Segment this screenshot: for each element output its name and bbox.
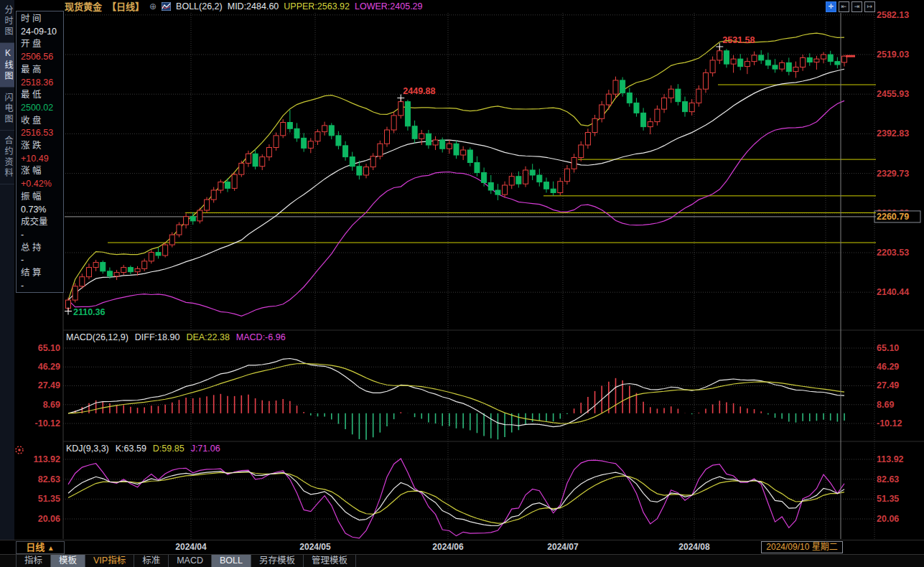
crosshair-tool-icon[interactable]: ✛ — [826, 1, 836, 12]
boll-mid-value: MID:2484.60 — [228, 1, 279, 11]
macd-header: MACD(26,12,9) DIFF:18.90 DEA:22.38 MACD:… — [66, 332, 286, 342]
macd-axis-label: 46.29 — [877, 362, 899, 372]
trading-terminal-window: 分时图K线图闪电图合约资料 现货黄金 【日线】 ⊕ BOLL(26,2) MID… — [0, 0, 924, 567]
tab-模板[interactable]: 模板 — [51, 555, 85, 567]
quote-label: 涨 跌 — [21, 140, 63, 153]
kdj-label: KDJ(9,3,3) — [66, 444, 109, 454]
quote-value: +0.42% — [21, 178, 63, 191]
candles-layer — [66, 47, 847, 311]
boll-label: BOLL(26,2) — [176, 1, 223, 11]
grid-layer — [63, 13, 924, 539]
kdj-header: KDJ(9,3,3) K:63.59 D:59.85 J:71.06 — [66, 444, 220, 454]
tab-MACD[interactable]: MACD — [169, 555, 212, 567]
kdj-layer — [68, 459, 844, 538]
quote-label: 成交量 — [21, 216, 63, 229]
period-selector-label: 日线 — [26, 542, 45, 553]
quote-label: 最 低 — [21, 89, 63, 102]
chart-type-sidebar: 分时图K线图闪电图合约资料 — [0, 0, 14, 540]
sidebar-item-K线图[interactable]: K线图 — [0, 43, 14, 88]
price-axis-label: 2329.73 — [877, 169, 909, 179]
macd-diff-value: DIFF:18.90 — [135, 332, 180, 342]
kdj-axis-label: 82.63 — [38, 474, 60, 484]
quote-value: - — [21, 254, 63, 267]
x-axis-label: 2024/04 — [175, 542, 206, 552]
quote-value: 2518.36 — [21, 77, 63, 90]
tab-标准[interactable]: 标准 — [134, 555, 169, 567]
kdj-axis-label: 113.92 — [33, 454, 60, 464]
price-axis-label: 2582.13 — [877, 10, 909, 20]
price-axis-label: 2392.83 — [877, 128, 909, 139]
macd-value: MACD:-6.96 — [236, 332, 286, 342]
x-axis-label: 2024/05 — [299, 542, 330, 552]
x-axis-label: 2024/07 — [547, 542, 578, 552]
time-axis-row: 日线 ▲ 2024/09/10 星期二 2024/042024/052024/0… — [0, 540, 924, 555]
quote-value: - — [21, 280, 63, 293]
boll-layer — [68, 33, 844, 316]
quote-label: 开 盘 — [21, 38, 63, 51]
kdj-k-value: K:63.59 — [116, 444, 146, 454]
tab-另存模板[interactable]: 另存模板 — [251, 555, 304, 567]
kdj-d-value: D:59.85 — [153, 444, 185, 454]
macd-axis-label: 65.10 — [38, 343, 60, 353]
chevron-up-icon: ▲ — [47, 544, 55, 552]
macd-axis-label: 8.69 — [43, 400, 60, 410]
tab-BOLL[interactable]: BOLL — [212, 555, 251, 567]
chart-toolbar: ✛⇤⇥↦ — [826, 1, 875, 12]
sidebar-item-分时图[interactable]: 分时图 — [0, 0, 14, 43]
price-axis-label: 2203.53 — [877, 248, 909, 258]
quote-label: 涨 幅 — [21, 165, 63, 178]
kdj-axis-label: 113.92 — [877, 454, 904, 464]
boll-lower-value: LOWER:2405.29 — [355, 1, 423, 11]
axis-scale-right-icon[interactable]: ⇥ — [851, 1, 862, 12]
kdj-axis-label: 51.35 — [38, 494, 60, 504]
indicator-settings-icon[interactable] — [14, 445, 24, 458]
price-marker-label: 2531.58 — [722, 35, 755, 45]
period-selector[interactable]: 日线 ▲ — [16, 541, 65, 554]
macd-axis-label: -10.12 — [35, 418, 60, 428]
macd-axis-label: 46.29 — [38, 362, 60, 372]
crosshair-date-label: 2024/09/10 星期二 — [761, 541, 843, 553]
price-axis-label: 2455.93 — [877, 89, 909, 99]
sidebar-item-闪电图[interactable]: 闪电图 — [0, 88, 14, 131]
x-axis-label: 2024/08 — [678, 542, 709, 552]
tab-VIP指标[interactable]: VIP指标 — [85, 555, 134, 567]
axis-scale-left-icon[interactable]: ⇤ — [839, 1, 849, 12]
quote-value: 2506.56 — [21, 51, 63, 64]
quote-label: 收 盘 — [21, 115, 63, 128]
kdj-axis-label: 20.06 — [877, 514, 899, 524]
macd-axis-label: 27.49 — [877, 380, 899, 390]
macd-axis-label: -10.12 — [877, 418, 902, 428]
scroll-right-icon[interactable]: ↦ — [864, 1, 875, 12]
tab-指标[interactable]: 指标 — [16, 555, 51, 567]
sidebar-item-合约资料[interactable]: 合约资料 — [0, 131, 14, 184]
price-marker-label: 2110.36 — [73, 307, 106, 317]
kdj-axis-label: 51.35 — [877, 494, 899, 504]
quote-value: +10.49 — [21, 153, 63, 166]
chart-header: 现货黄金 【日线】 ⊕ BOLL(26,2) MID:2484.60 UPPER… — [65, 0, 423, 12]
kdj-j-value: J:71.06 — [191, 444, 220, 454]
quote-value: 2516.53 — [21, 127, 63, 140]
boll-upper-value: UPPER:2563.92 — [284, 1, 350, 11]
tab-管理模板[interactable]: 管理模板 — [304, 555, 356, 567]
add-indicator-icon[interactable]: ⊕ — [149, 1, 157, 11]
x-axis-label: 2024/06 — [432, 542, 463, 552]
quote-label: 振 幅 — [21, 191, 63, 204]
kline-chart-icon — [162, 2, 171, 11]
quote-label: 时 间 — [21, 13, 63, 26]
chart-canvas[interactable]: 2582.132519.032455.932392.832329.732266.… — [0, 0, 924, 567]
quote-label: 最 高 — [21, 64, 63, 77]
price-axis-label: 2140.44 — [877, 287, 909, 297]
indicator-tab-bar: 指标模板VIP指标标准MACDBOLL另存模板管理模板 — [0, 554, 924, 567]
symbol-title: 现货黄金 — [65, 0, 102, 13]
marker-layer: 2449.882531.582110.36 — [65, 35, 855, 317]
quote-label: 结 算 — [21, 267, 63, 280]
quote-panel: 时 间24-09-10开 盘2506.56最 高2518.36最 低2500.0… — [16, 11, 64, 293]
boxed-price-label: 2260.79 — [877, 212, 909, 222]
quote-label: 总 持 — [21, 242, 63, 255]
kdj-axis-label: 82.63 — [877, 474, 899, 484]
macd-layer — [68, 358, 844, 439]
kdj-axis-label: 20.06 — [38, 514, 60, 524]
macd-axis-label: 27.49 — [38, 380, 60, 390]
price-marker-label: 2449.88 — [403, 86, 435, 96]
quote-value: 0.73% — [21, 204, 63, 217]
